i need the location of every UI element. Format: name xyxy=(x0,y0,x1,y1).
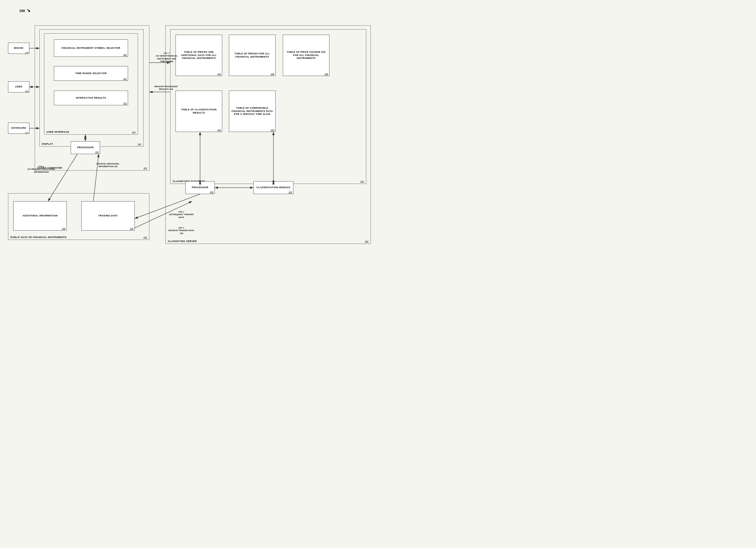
table-price-change-box: TABLE OF PRICE CHANGE (%) FOR ALL FINANC… xyxy=(283,35,329,76)
send-financial-label: 116 ↗ 116 SEND FINANCIAL INSTRUMENT AND … xyxy=(155,52,179,63)
diagram: 100 ↘ MOUSE 115 USER 106 KEYBOARD 117 CL… xyxy=(0,0,378,274)
keyboard-box: KEYBOARD 117 xyxy=(8,123,29,134)
classification-module-box: CLASSIFICATION MODULE 134 xyxy=(253,181,293,194)
interactive-results-box: INTERACTIVE RESULTS 120 xyxy=(54,91,128,105)
mouse-box: MOUSE 115 xyxy=(8,43,29,54)
table-prices-all-box: TABLE OF PRICES FOR ALL FINANCIAL INSTRU… xyxy=(229,35,276,76)
additional-info-box: ADDITIONAL INFORMATION 126 xyxy=(13,201,67,231)
request-additional-label: 124 ↙ 124 REQUEST ADDITIONAL INFORMATION xyxy=(25,165,57,174)
time-range-selector-box: TIME RANGE SELECTOR 110 xyxy=(54,66,128,81)
trading-data-box: TRADING DATA 130 xyxy=(81,201,135,231)
financial-instrument-selector-box: FINANCIAL INSTRUMENT SYMBOL SELECTOR 108 xyxy=(54,39,128,57)
table-prices-additional-box: TABLE OF PRICES AND ADDITIONAL DATA FOR … xyxy=(176,35,222,76)
user-box: USER 106 xyxy=(8,81,29,93)
receive-trading-label: 138 ↘ RECEIVE TRADING DATA 138 xyxy=(168,227,195,235)
request-trading-label: 136 ↙ 136 REQUEST TRADING DATA xyxy=(168,211,195,219)
diagram-ref: 100 ↘ xyxy=(19,7,30,13)
receive-additional-label: RECEIVE ADDITIONAL INFORMATION 132 xyxy=(93,163,123,168)
table-comparable-box: TABLE OF COMPARABLE FINANCIAL INSTRUMENT… xyxy=(229,91,276,132)
receive-processed-label: RECEIVE PROCESSED RESULTS 118 xyxy=(153,85,179,91)
processor-client-box: PROCESSOR 152 xyxy=(71,141,100,154)
table-classification-box: TABLE OF CLASSIFICATION RESULTS 140 xyxy=(176,91,222,132)
processor-server-box: PROCESSOR 150 xyxy=(185,181,215,194)
